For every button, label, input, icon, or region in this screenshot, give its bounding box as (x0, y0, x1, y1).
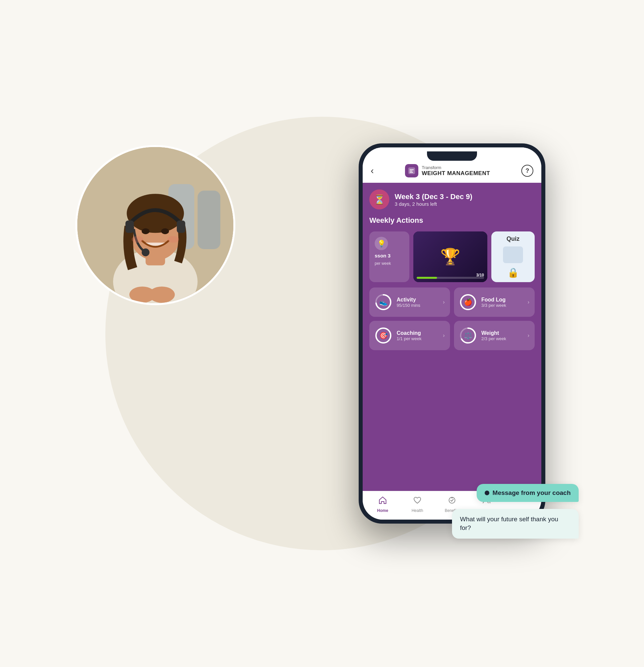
quiz-label: Quiz (507, 235, 520, 242)
svg-rect-19 (410, 172, 413, 173)
svg-rect-8 (177, 221, 185, 233)
action-name-foodlog: Food Log (481, 297, 523, 303)
message-dot (485, 491, 489, 495)
trophy-icon: 🏆 (440, 247, 460, 266)
lesson-thumbnail[interactable]: 🏆 3/10 (413, 231, 487, 282)
coaching-icon: 🎯 (375, 327, 392, 344)
brand-icon (405, 164, 418, 177)
nav-label-home: Home (377, 508, 388, 513)
week-title: Week 3 (Dec 3 - Dec 9) (395, 192, 472, 201)
nav-item-home[interactable]: Home (369, 496, 396, 513)
svg-point-15 (149, 287, 175, 303)
progress-bar-wrap (417, 277, 484, 279)
week-subtitle: 3 days, 2 hours left (395, 201, 472, 207)
action-info-activity: Activity 95/150 mins (397, 297, 438, 308)
phone-screen: ‹ Transform WEIGHT MANAGEMENT (363, 147, 541, 520)
help-button[interactable]: ? (521, 165, 533, 177)
brand-tagline: Transform (422, 165, 490, 170)
action-card-foodlog[interactable]: 🍎 Food Log 3/3 per week › (454, 288, 535, 317)
back-button[interactable]: ‹ (371, 165, 374, 176)
quiz-card[interactable]: Quiz 🔒 (491, 231, 535, 282)
health-icon (413, 496, 422, 507)
activity-icon: 👟 (375, 293, 392, 311)
scene: ‹ Transform WEIGHT MANAGEMENT (55, 25, 589, 642)
progress-bar-track (417, 277, 484, 279)
svg-point-10 (142, 228, 149, 234)
action-stat-weight: 2/3 per week (481, 336, 523, 341)
coach-message-bubble-1[interactable]: Message from your coach (477, 484, 579, 502)
benefits-icon (448, 496, 456, 507)
action-name-coaching: Coaching (397, 330, 438, 336)
coach-message-text-2: What will your future self thank you for… (460, 516, 558, 532)
svg-point-11 (161, 228, 169, 234)
lesson-freq: per week (375, 261, 404, 266)
activity-chevron: › (443, 299, 445, 305)
svg-point-28 (449, 497, 455, 503)
lesson-icon: 💡 (375, 237, 388, 250)
quiz-graphic (503, 246, 523, 263)
coach-message-bubble-2[interactable]: What will your future self thank you for… (452, 509, 579, 539)
weekly-actions-title: Weekly Actions (369, 215, 535, 226)
phone-main-content: ⏳ Week 3 (Dec 3 - Dec 9) 3 days, 2 hours… (363, 183, 541, 491)
svg-rect-17 (410, 169, 414, 170)
svg-rect-2 (198, 191, 220, 249)
coach-message-text-1: Message from your coach (493, 489, 571, 497)
quiz-lock-icon: 🔒 (507, 267, 519, 278)
action-card-weight[interactable]: ⚖️ Weight 2/3 per week › (454, 321, 535, 350)
action-info-foodlog: Food Log 3/3 per week (481, 297, 523, 308)
week-header: ⏳ Week 3 (Dec 3 - Dec 9) 3 days, 2 hours… (369, 190, 535, 209)
svg-rect-7 (125, 221, 134, 233)
svg-rect-18 (410, 171, 412, 172)
progress-bar-fill (417, 277, 437, 279)
brand-text: Transform WEIGHT MANAGEMENT (422, 165, 490, 177)
svg-point-6 (127, 194, 184, 233)
action-stat-foodlog: 3/3 per week (481, 303, 523, 308)
svg-point-13 (167, 236, 179, 243)
svg-point-9 (142, 248, 149, 256)
action-info-weight: Weight 2/3 per week (481, 330, 523, 341)
svg-point-12 (132, 236, 143, 243)
week-icon: ⏳ (369, 190, 389, 209)
phone-device: ‹ Transform WEIGHT MANAGEMENT (359, 143, 545, 524)
weight-chevron: › (528, 332, 529, 339)
foodlog-chevron: › (528, 299, 529, 305)
brand-section: Transform WEIGHT MANAGEMENT (405, 164, 490, 177)
week-info: Week 3 (Dec 3 - Dec 9) 3 days, 2 hours l… (395, 192, 472, 207)
coaching-chevron: › (443, 332, 445, 339)
progress-count: 3/10 (476, 273, 484, 277)
lesson-name: sson 3 (375, 253, 404, 259)
action-stat-activity: 95/150 mins (397, 303, 438, 308)
brand-title: WEIGHT MANAGEMENT (422, 170, 490, 177)
home-icon (378, 496, 387, 507)
action-name-weight: Weight (481, 330, 523, 336)
action-info-coaching: Coaching 1/1 per week (397, 330, 438, 341)
weight-icon: ⚖️ (459, 327, 477, 344)
lesson-card[interactable]: 💡 sson 3 per week (369, 231, 409, 282)
action-stat-coaching: 1/1 per week (397, 336, 438, 341)
coach-photo (75, 145, 235, 305)
nav-item-health[interactable]: Health (404, 496, 431, 513)
action-name-activity: Activity (397, 297, 438, 303)
nav-label-health: Health (412, 508, 423, 513)
foodlog-icon: 🍎 (459, 293, 477, 311)
action-card-coaching[interactable]: 🎯 Coaching 1/1 per week › (369, 321, 450, 350)
lesson-row: 💡 sson 3 per week 🏆 (369, 231, 535, 282)
action-card-activity[interactable]: 👟 Activity 95/150 mins › (369, 288, 450, 317)
actions-grid: 👟 Activity 95/150 mins › (369, 288, 535, 350)
phone-notch (427, 151, 477, 161)
